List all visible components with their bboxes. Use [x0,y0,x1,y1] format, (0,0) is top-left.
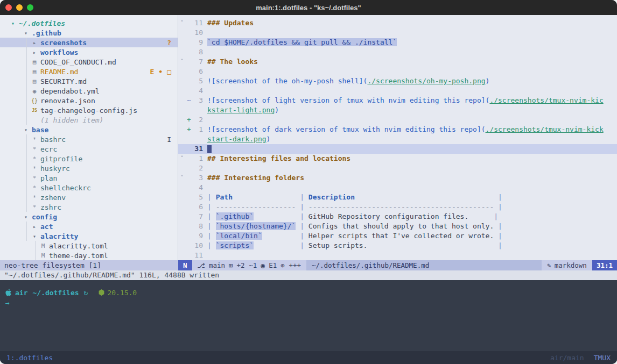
git-sign [186,222,192,231]
editor-line[interactable]: 5![screenshot of the oh-my-posh shell](.… [178,76,617,86]
editor-line[interactable]: 5| Path | Description | [178,192,617,202]
editor-line[interactable]: 6 [178,67,617,76]
editor-line[interactable]: 8 [178,47,617,57]
line-text: ![screenshot of the oh-my-posh shell](./… [207,76,489,86]
tree-item-label: bashrc [40,135,66,144]
tree-item-label: README.md [40,68,78,76]
editor-line[interactable]: 2 [178,163,617,173]
line-text: | `hosts/{hostname}/` | Configs that sho… [207,222,502,231]
tree-item-config[interactable]: ▾config [0,212,178,222]
editor-line[interactable]: start-dark.png) [178,134,617,144]
tree-item-label: (1 hidden item) [40,116,103,124]
git-sign [186,38,192,47]
tree-item-label: .github [32,29,61,37]
git-sign: ~ [186,96,192,105]
fold-icon [178,105,186,115]
tree-item-theme-day-toml[interactable]: Mtheme-day.toml [0,251,178,260]
line-text: start-dark.png) [207,134,270,144]
fold-icon: ˅ [178,154,186,163]
git-sign [186,192,192,202]
git-sign [186,212,192,222]
line-text: `cd $HOME/.dotfiles && git pull && ./ins… [207,38,397,47]
neotree-panel: ▾~/.dotfiles▾.github▸screenshots?▸workfl… [0,15,178,270]
chevron-down-icon: ▾ [22,30,30,36]
fold-icon [178,251,186,260]
editor-line[interactable]: +2 [178,115,617,125]
editor-line[interactable]: ˅7## The looks [178,57,617,67]
line-text: ## The looks [207,57,258,67]
shell-file-icon: * [30,175,39,182]
line-number: 11 [192,251,207,260]
git-sign [186,241,192,251]
line-number: 3 [192,96,207,105]
editor-line[interactable]: +1![screenshot of dark version of tmux w… [178,125,617,134]
line-text: ![screenshot of dark version of tmux wit… [207,125,604,134]
close-button[interactable] [5,4,12,11]
editor-line[interactable]: kstart-light.png) [178,105,617,115]
tree-item-label: tag-changelog-config.js [40,106,137,115]
prompt-arrow[interactable]: → [5,298,617,308]
toml-icon: M [39,252,47,259]
git-sign [186,173,192,183]
line-number: 1 [192,125,207,134]
editor-line[interactable]: 4 [178,86,617,96]
editor-line[interactable]: 4 [178,183,617,192]
editor-line[interactable]: 6| ------------------- | ---------------… [178,202,617,212]
terminal-pane[interactable]: air ~/.dotfiles ↻ 20.15.0 → 1:.dotfiles … [0,280,617,364]
line-number: 10 [192,28,207,38]
tree-item-alacritty-toml[interactable]: Malacritty.toml [0,241,178,251]
editor-line[interactable]: 10| `scripts` | Setup scripts. | [178,241,617,251]
editor-line[interactable]: ˅3### Interesting folders [178,173,617,183]
git-sign [186,76,192,86]
shell-file-icon: * [30,184,39,191]
fold-icon [178,96,186,105]
tree-item-label: renovate.json [40,97,95,105]
git-sign [186,18,192,28]
diff-counts: +2 ~1 [237,260,257,270]
tmux-window-name[interactable]: 1:.dotfiles [6,354,53,362]
apple-icon [5,289,12,296]
git-sign [186,183,192,192]
minimize-button[interactable] [16,4,23,11]
editor-line[interactable]: ~3![screenshot of light version of tmux … [178,96,617,105]
titlebar[interactable]: main:1:.dotfiles - "ks~/.dotfiles" [0,0,617,15]
tree-item-base[interactable]: ▾base [0,125,178,134]
tree-item-dotfiles[interactable]: ▾~/.dotfiles [0,18,178,28]
line-number: 10 [192,241,207,251]
fold-icon [178,125,186,134]
editor-line[interactable]: 9| `local/bin` | Helper scripts that I'v… [178,231,617,241]
fold-icon [178,67,186,76]
line-text: kstart-light.png) [207,105,279,115]
fold-icon: ˅ [178,18,186,28]
tree-item-marks: E•□ [150,68,178,76]
editor-line[interactable]: 9`cd $HOME/.dotfiles && git pull && ./in… [178,38,617,47]
neotree[interactable]: ▾~/.dotfiles▾.github▸screenshots?▸workfl… [0,15,178,260]
javascript-icon: JS [30,108,39,113]
tmux-right-segment: air/main TMUX [550,354,611,362]
editor-line[interactable]: ˅1## Interesting files and locations [178,154,617,163]
line-number: 9 [192,231,207,241]
line-number: 1 [192,154,207,163]
fold-icon [178,38,186,47]
toml-icon: M [39,242,47,249]
zoom-button[interactable] [27,4,33,11]
node-hexagon-icon [99,289,104,296]
chevron-down-icon: ▾ [9,20,17,26]
prompt-path: ~/.dotfiles [32,289,79,297]
editor-line[interactable]: 7| `.github` | GitHub Repository configu… [178,212,617,222]
editor-lines[interactable]: ˅11### Updates109`cd $HOME/.dotfiles && … [178,15,617,260]
line-number: 5 [192,192,207,202]
editor-line[interactable]: 31 [178,144,617,154]
editor-line[interactable]: 8| `hosts/{hostname}/` | Configs that sh… [178,222,617,231]
chevron-down-icon: ▾ [22,214,30,220]
tree-item-label: shellcheckrc [40,184,91,192]
git-sign [186,86,192,96]
fold-icon [178,144,186,154]
tree-guide [35,241,36,260]
tree-item-github[interactable]: ▾.github [0,28,178,38]
tree-item-label: plan [40,174,57,182]
editor-line[interactable]: 11 [178,251,617,260]
editor-line[interactable]: 10 [178,28,617,38]
fold-icon [178,86,186,96]
editor-line[interactable]: ˅11### Updates [178,18,617,28]
